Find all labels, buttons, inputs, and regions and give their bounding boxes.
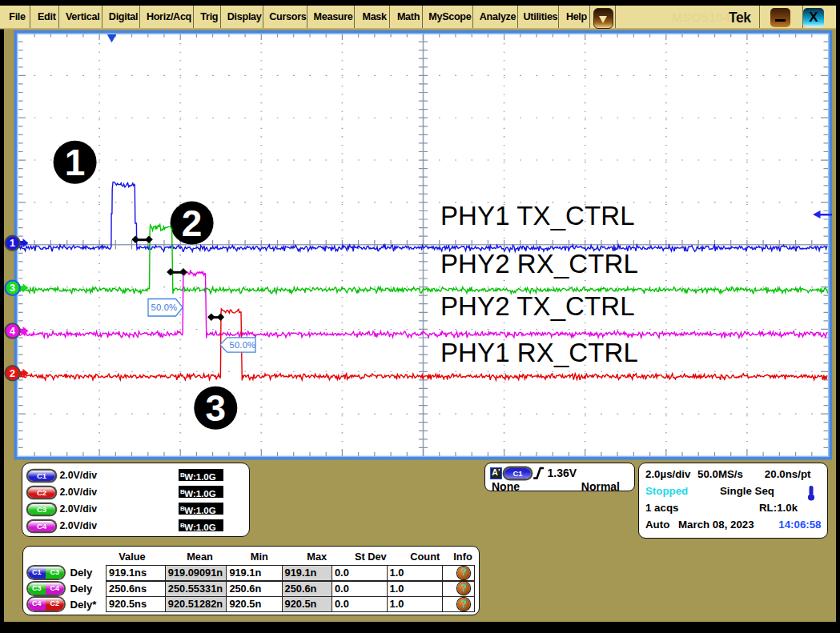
svg-text:2: 2 [182,202,203,244]
svg-text:1: 1 [65,142,86,183]
svg-text:PHY1 RX_CTRL: PHY1 RX_CTRL [440,338,638,367]
svg-text:3: 3 [10,282,15,294]
svg-text:50.0%: 50.0% [151,302,178,312]
svg-text:3: 3 [206,387,227,429]
svg-text:4: 4 [10,326,15,337]
svg-text:2: 2 [10,368,15,379]
svg-text:PHY2 TX_CTRL: PHY2 TX_CTRL [440,291,635,321]
svg-text:1: 1 [10,238,15,249]
svg-text:50.0%: 50.0% [230,340,256,350]
svg-text:PHY2 RX_CTRL: PHY2 RX_CTRL [440,249,638,278]
svg-text:PHY1 TX_CTRL: PHY1 TX_CTRL [440,201,635,230]
